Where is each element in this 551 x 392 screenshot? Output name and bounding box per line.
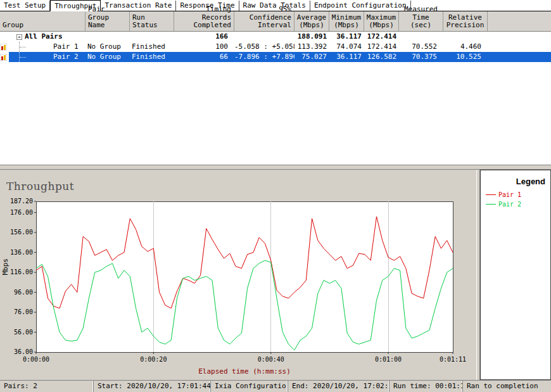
filler-cell: [488, 42, 551, 52]
status-start-time: Start: 2020/10/20, 17:01:44: [94, 381, 211, 392]
header-measured-time: Measured Time (sec): [399, 11, 443, 31]
x-tick-label: 0:00:20: [140, 356, 167, 363]
group-cell: Pair 2: [9, 52, 86, 62]
throughput-chart: 0:00:000:00:200:00:400:01:000:01:11187.2…: [0, 170, 476, 380]
throughput-chart-svg: 0:00:000:00:200:00:400:01:000:01:11187.2…: [0, 170, 476, 380]
legend-item[interactable]: Pair 1: [481, 190, 550, 199]
table-row-pair-2[interactable]: Pair 2 No Group Finished 66 -7.896 : +7.…: [0, 52, 551, 62]
header-timing-records: Timing Records Completed: [174, 11, 234, 31]
y-tick-label: 76.00: [14, 308, 33, 315]
filler-cell: [488, 32, 551, 42]
maximum-cell: 172.414: [364, 42, 399, 52]
chart-pane: 0:00:000:00:200:00:400:01:000:01:11187.2…: [0, 170, 551, 380]
x-axis-label: Elapsed time (h:mm:ss): [36, 367, 453, 376]
average-cell: 75.027: [294, 52, 329, 62]
legend-line-swatch: [486, 194, 496, 195]
pair-group-name-cell: No Group: [86, 42, 130, 52]
legend-label: Pair 2: [498, 201, 521, 208]
header-minimum: Minimum (Mbps): [329, 11, 364, 31]
pair-chart-icon: [0, 52, 9, 62]
status-config: Ixia Configuratio: [211, 381, 288, 392]
relative-precision-cell: 10.525: [443, 52, 488, 62]
header-pair-group-name: Pair Group Name: [86, 11, 130, 31]
run-status-cell: [130, 32, 174, 42]
minimum-cell: 36.117: [329, 52, 364, 62]
y-tick-label: 36.00: [14, 348, 33, 355]
group-label: Pair 2: [53, 52, 79, 62]
table-row-all-pairs[interactable]: - All Pairs 166 188.091 36.117 172.414: [0, 32, 551, 42]
y-axis-label: Mbps: [1, 258, 10, 275]
average-cell: 113.392: [294, 42, 329, 52]
y-tick-label: 187.20: [10, 198, 33, 205]
header-confidence-interval: 95% Confidence Interval: [234, 11, 294, 31]
group-label: All Pairs: [25, 32, 63, 42]
timing-records-cell: 166: [174, 32, 234, 42]
measured-time-cell: [399, 32, 443, 42]
tab-endpoint-configuration[interactable]: Endpoint Configuration: [310, 1, 411, 11]
minimum-cell: 74.074: [329, 42, 364, 52]
timing-records-cell: 66: [174, 52, 234, 62]
group-cell: Pair 1: [9, 42, 86, 52]
header-filler: [488, 11, 551, 31]
legend-label: Pair 1: [498, 191, 521, 198]
status-bar: Pairs: 2 Start: 2020/10/20, 17:01:44 Ixi…: [0, 380, 551, 392]
legend-title: Legend: [481, 170, 550, 190]
header-relative-precision: Relative Precision: [443, 11, 488, 31]
measured-time-cell: 70.375: [399, 52, 443, 62]
timing-records-cell: 100: [174, 42, 234, 52]
header-run-status: Run Status: [130, 11, 174, 31]
tree-connector: [19, 42, 53, 52]
relative-precision-cell: [443, 32, 488, 42]
ixchariot-throughput-window: Test Setup Throughput Transaction Rate R…: [0, 0, 551, 392]
header-average: Average (Mbps): [294, 11, 329, 31]
y-tick-label: 56.00: [14, 329, 33, 336]
horizontal-splitter[interactable]: [0, 165, 551, 170]
pair-group-name-cell: [86, 32, 130, 42]
group-label: Pair 1: [53, 42, 79, 52]
group-cell: - All Pairs: [0, 32, 86, 42]
status-end-time: End: 2020/10/20, 17:02:55: [288, 381, 390, 392]
pair-group-name-cell: No Group: [86, 52, 130, 62]
y-tick-label: 96.00: [14, 289, 33, 296]
pair-chart-icon: [0, 42, 9, 52]
y-tick-label: 136.00: [10, 249, 33, 256]
minimum-cell: 36.117: [329, 32, 364, 42]
status-run-time: Run time: 00:01:11: [390, 381, 463, 392]
confidence-cell: [234, 32, 294, 42]
measured-time-cell: 70.552: [399, 42, 443, 52]
run-status-cell: Finished: [130, 42, 174, 52]
status-completion: Ran to completion: [463, 381, 551, 392]
chart-title: Throughput: [6, 180, 74, 193]
results-table-header: Group Pair Group Name Run Status Timing …: [0, 11, 551, 32]
x-tick-label: 0:01:00: [375, 356, 402, 363]
header-group: Group: [0, 11, 86, 31]
confidence-cell: -5.058 : +5.058: [234, 42, 294, 52]
maximum-cell: 126.582: [364, 52, 399, 62]
x-tick-label: 0:00:00: [23, 356, 49, 363]
results-table-body: - All Pairs 166 188.091 36.117 172.414: [0, 32, 551, 165]
y-tick-label: 176.00: [10, 209, 33, 216]
plot-area: [36, 201, 453, 352]
tree-connector: [19, 52, 53, 62]
y-tick-label: 116.00: [10, 269, 33, 275]
average-cell: 188.091: [294, 32, 329, 42]
header-maximum: Maximum (Mbps): [364, 11, 399, 31]
collapse-icon[interactable]: -: [16, 34, 22, 40]
legend-panel: Legend Pair 1Pair 2: [480, 170, 551, 380]
run-status-cell: Finished: [130, 52, 174, 62]
tab-test-setup[interactable]: Test Setup: [0, 1, 50, 11]
legend-line-swatch: [486, 204, 496, 205]
status-pairs: Pairs: 2: [0, 381, 94, 392]
table-row-pair-1[interactable]: Pair 1 No Group Finished 100 -5.058 : +5…: [0, 42, 551, 52]
legend-item[interactable]: Pair 2: [481, 199, 550, 209]
y-tick-label: 156.00: [10, 229, 33, 236]
maximum-cell: 172.414: [364, 32, 399, 42]
x-tick-label: 0:01:11: [440, 356, 466, 363]
x-tick-label: 0:00:40: [258, 356, 284, 363]
legend-items: Pair 1Pair 2: [481, 190, 550, 209]
filler-cell: [488, 52, 551, 62]
confidence-cell: -7.896 : +7.896: [234, 52, 294, 62]
relative-precision-cell: 4.460: [443, 42, 488, 52]
